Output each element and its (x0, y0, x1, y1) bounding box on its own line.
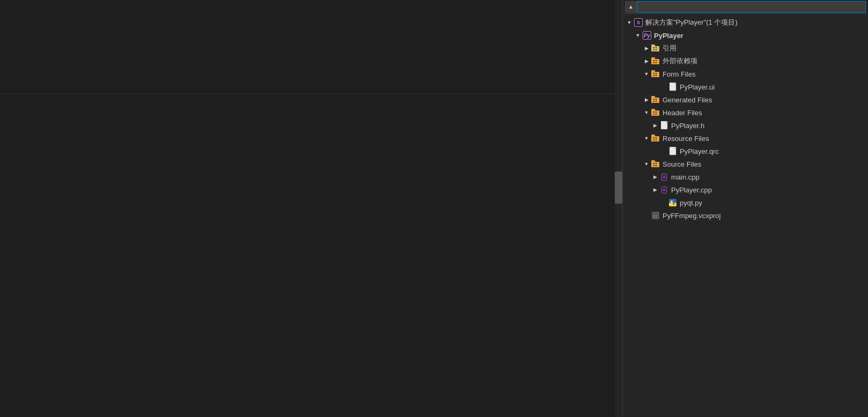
pyplayer-qrc-label: PyPlayer.qrc (680, 147, 864, 155)
folder-resource-icon (651, 133, 660, 143)
svg-rect-47 (656, 165, 657, 166)
tree-item-pyplayer-cpp[interactable]: + PyPlayer.cpp (623, 183, 868, 196)
svg-rect-39 (656, 139, 657, 140)
file-cpp-player-icon: + (659, 185, 669, 195)
expand-arrow-form (642, 70, 651, 78)
tree-item-external[interactable]: 外部依赖项 (623, 55, 868, 68)
svg-rect-9 (656, 60, 657, 61)
form-files-label: Form Files (663, 70, 864, 78)
tree-item-source-files[interactable]: Source Files (623, 158, 868, 170)
file-ui-icon (668, 82, 678, 92)
source-files-label: Source Files (663, 160, 864, 168)
project-icon: Py (642, 31, 652, 40)
svg-rect-30 (653, 114, 654, 115)
expand-arrow-external (642, 57, 651, 65)
svg-rect-26 (651, 110, 659, 116)
tree-item-pyplayer-h[interactable]: PyPlayer.h (623, 119, 868, 132)
svg-text:vc: vc (653, 214, 658, 219)
svg-rect-11 (656, 62, 657, 63)
tree-item-main-cpp[interactable]: + main.cpp (623, 170, 868, 183)
solution-label: 解决方案"PyPlayer"(1 个项目) (645, 18, 864, 27)
svg-rect-1 (651, 44, 655, 47)
svg-rect-35 (651, 135, 655, 137)
svg-rect-49 (669, 203, 676, 206)
tree-item-vcxproj[interactable]: vc PyFFmpeg.vcxproj (623, 209, 868, 222)
svg-rect-28 (653, 111, 654, 113)
scroll-up-button[interactable]: ▲ (625, 1, 637, 13)
solution-explorer-panel: ▲ S 解决方案"PyPlayer"(1 个项目) Py PyPlayer (622, 0, 868, 417)
svg-rect-29 (656, 111, 657, 113)
folder-source-icon (651, 159, 660, 169)
pyplayer-ui-label: PyPlayer.ui (680, 83, 864, 91)
svg-rect-45 (656, 163, 657, 164)
tree-item-resource-files[interactable]: Resource Files (623, 132, 868, 145)
svg-rect-44 (653, 163, 654, 164)
pyplayer-h-label: PyPlayer.h (671, 122, 864, 130)
svg-rect-4 (653, 49, 654, 50)
svg-rect-5 (656, 49, 657, 50)
svg-rect-17 (656, 75, 657, 76)
tree-item-generated-files[interactable]: Generated Files (623, 93, 868, 106)
expand-arrow-pyplayer-cpp (651, 185, 659, 194)
project-item[interactable]: Py PyPlayer (623, 29, 868, 42)
scrollbar-vertical[interactable] (615, 0, 622, 417)
svg-rect-14 (653, 73, 654, 74)
solution-item[interactable]: S 解决方案"PyPlayer"(1 个项目) (623, 16, 868, 29)
expand-arrow-pyplayer-h (651, 121, 659, 130)
generated-files-label: Generated Files (663, 96, 864, 104)
expand-arrow-source (642, 160, 651, 168)
svg-rect-23 (656, 99, 657, 100)
vcxproj-label: PyFFmpeg.vcxproj (663, 212, 864, 220)
svg-rect-27 (651, 109, 655, 111)
search-input[interactable] (637, 1, 866, 13)
folder-external-icon (651, 56, 660, 66)
tree-item-header-files[interactable]: Header Files (623, 106, 868, 119)
svg-rect-22 (653, 99, 654, 100)
solution-explorer-toolbar: ▲ (623, 0, 868, 14)
expand-arrow (625, 18, 634, 27)
pyplayer-cpp-label: PyPlayer.cpp (671, 186, 864, 194)
header-files-label: Header Files (663, 109, 864, 117)
svg-rect-13 (651, 70, 655, 72)
project-label: PyPlayer (654, 32, 864, 40)
editor-area (0, 0, 622, 417)
expand-arrow-header (642, 108, 651, 117)
svg-rect-43 (651, 160, 655, 162)
file-h-icon (659, 121, 669, 130)
svg-rect-20 (651, 98, 659, 103)
svg-rect-0 (651, 46, 659, 51)
solution-tree: S 解决方案"PyPlayer"(1 个项目) Py PyPlayer (623, 14, 868, 224)
tree-item-pyplayer-ui[interactable]: PyPlayer.ui (623, 80, 868, 93)
svg-rect-21 (651, 96, 655, 98)
svg-rect-15 (656, 73, 657, 74)
svg-rect-38 (653, 139, 654, 140)
scrollbar-thumb[interactable] (615, 172, 622, 204)
solution-icon: S (634, 18, 643, 27)
ref-label: 引用 (663, 43, 864, 53)
tree-item-pyplayer-qrc[interactable]: PyPlayer.qrc (623, 145, 868, 158)
file-vcxproj-icon: vc (651, 211, 660, 220)
svg-rect-10 (653, 62, 654, 63)
svg-point-50 (671, 200, 673, 203)
expand-arrow-ref (642, 44, 651, 53)
svg-rect-8 (653, 60, 654, 61)
folder-ref-icon (651, 43, 660, 53)
svg-rect-2 (653, 47, 654, 48)
tree-item-ref[interactable]: 引用 (623, 42, 868, 55)
folder-generated-icon (651, 95, 660, 105)
folder-header-icon (651, 108, 660, 117)
external-label: 外部依赖项 (663, 56, 864, 66)
svg-rect-24 (653, 101, 654, 102)
svg-rect-42 (651, 162, 659, 167)
tree-item-pyqt-py[interactable]: pyqt.py (623, 196, 868, 209)
svg-rect-16 (653, 75, 654, 76)
svg-rect-7 (651, 57, 655, 59)
svg-rect-3 (656, 47, 657, 48)
resource-files-label: Resource Files (663, 135, 864, 143)
svg-rect-31 (656, 114, 657, 115)
tree-item-form-files[interactable]: Form Files (623, 68, 868, 80)
svg-rect-46 (653, 165, 654, 166)
file-qrc-icon (668, 146, 678, 156)
file-cpp-main-icon: + (659, 172, 669, 182)
folder-form-icon (651, 69, 660, 79)
